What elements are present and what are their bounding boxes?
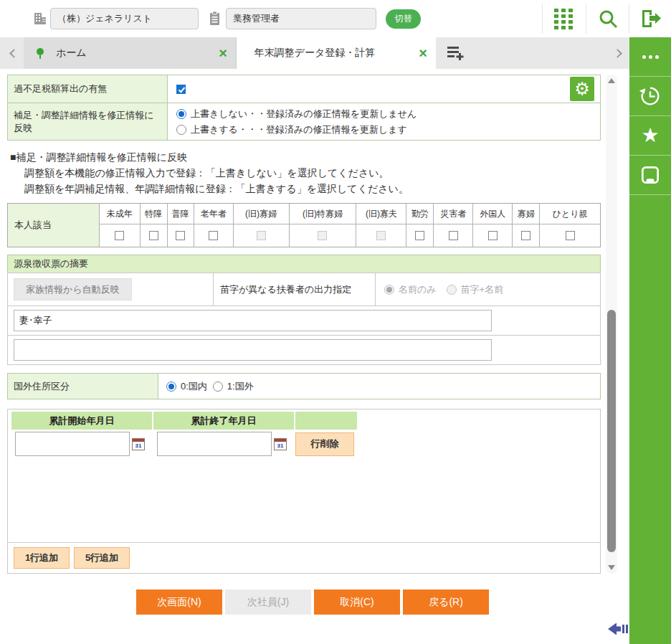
summary-remark-input-2[interactable] (14, 339, 492, 361)
reflect-option-overwrite-label: 上書きする・・・登録済みの修正情報を更新します (191, 123, 407, 136)
chevron-right-icon (613, 49, 622, 58)
checkbox-elderly[interactable] (209, 231, 218, 240)
tab-home-close-icon[interactable]: × (210, 46, 236, 60)
add-one-row-button[interactable]: 1行追加 (14, 547, 70, 569)
company-field[interactable] (50, 8, 199, 29)
radio-icon (384, 285, 394, 295)
col-header: 老年者 (194, 204, 233, 224)
address-option-domestic[interactable]: 0:国内 (166, 380, 207, 393)
accum-start-input[interactable] (15, 432, 130, 456)
top-bar: 切替 (0, 0, 671, 37)
action-button-bar: 次画面(N) 次社員(J) 取消(C) 戻る(R) (136, 589, 489, 615)
col-header: (旧)特寡婦 (290, 204, 356, 224)
scroll-down-icon[interactable] (608, 565, 615, 570)
checkbox-disaster-victim[interactable] (449, 231, 458, 240)
overseas-address-row: 国外住所区分 0:国内 1:国外 (7, 373, 601, 399)
tax-calc-label: 過不足税額算出の有無 (8, 75, 168, 103)
checkbox-old-special-widow (318, 231, 327, 240)
summary-remark-input-1[interactable] (14, 310, 492, 331)
col-header: 未成年 (100, 204, 140, 224)
next-screen-button[interactable]: 次画面(N) (136, 589, 222, 615)
add-tab-button[interactable] (444, 44, 467, 63)
favorites-button[interactable]: ★ (629, 116, 671, 156)
logout-icon (640, 9, 662, 29)
surname-option-full-label: 苗字+名前 (461, 283, 504, 296)
personal-applicable-table: 本人該当 未成年 特障 普障 老年者 (旧)寡婦 (旧)特寡婦 (旧)寡夫 勤労… (7, 203, 601, 247)
pin-icon (35, 47, 46, 60)
adjustment-settings-form: 過不足税額算出の有無 ⚙ 補足・調整詳細情報を修正情報に反映 上書きしない・・登… (7, 75, 601, 141)
role-clipboard-icon (209, 11, 221, 26)
tab-nencho-label: 年末調整データ登録・計算 (254, 47, 376, 60)
checkbox-widow[interactable] (521, 231, 530, 240)
apps-menu-button[interactable] (551, 7, 576, 32)
tabs-scroll-right-button[interactable] (608, 43, 627, 63)
next-employee-button[interactable]: 次社員(J) (225, 589, 311, 615)
col-header: (旧)寡婦 (234, 204, 289, 224)
checkbox-minor[interactable] (115, 231, 124, 240)
reflect-option-no-overwrite[interactable]: 上書きしない・・登録済みの修正情報を更新しません (176, 108, 417, 120)
checkbox-special-disability[interactable] (149, 231, 158, 240)
tab-bar: ホーム × 年末調整データ登録・計算 × (0, 37, 629, 69)
radio-icon[interactable] (176, 125, 186, 135)
app-window: 切替 (0, 0, 671, 644)
radio-icon[interactable] (176, 109, 186, 119)
radio-icon[interactable] (213, 382, 223, 392)
switch-button[interactable]: 切替 (386, 9, 421, 29)
calendar-icon[interactable]: 31 (274, 438, 287, 450)
personal-applicable-label: 本人該当 (8, 204, 99, 247)
role-field[interactable] (226, 8, 376, 29)
summary-auto-row: 家族情報から自動反映 苗字が異なる扶養者の出力指定 名前のみ 苗字+名前 (7, 273, 601, 306)
main-content: 過不足税額算出の有無 ⚙ 補足・調整詳細情報を修正情報に反映 上書きしない・・登… (0, 69, 629, 644)
history-button[interactable] (629, 77, 671, 116)
reflect-option-overwrite[interactable]: 上書きする・・・登録済みの修正情報を更新します (176, 123, 407, 136)
reflect-note: ■補足・調整詳細情報を修正情報に反映 調整額を本機能の修正情報入力で登録：「上書… (10, 149, 409, 196)
checkbox-foreigner[interactable] (488, 231, 498, 240)
surname-option-name-only-label: 名前のみ (399, 283, 437, 296)
tab-nencho-active[interactable]: 年末調整データ登録・計算 × (237, 37, 436, 69)
search-button[interactable] (596, 7, 620, 32)
vertical-scrollbar[interactable] (606, 75, 617, 574)
address-option-overseas[interactable]: 1:国外 (213, 380, 254, 393)
collapse-panel-button[interactable] (606, 621, 629, 637)
tab-home[interactable]: ホーム × (24, 37, 237, 69)
surname-option-full: 苗字+名前 (447, 283, 504, 296)
address-option-overseas-label: 1:国外 (227, 380, 254, 393)
checkbox-general-disability[interactable] (176, 231, 185, 240)
more-options-button[interactable] (629, 37, 671, 77)
tax-calc-row: 過不足税額算出の有無 ⚙ (8, 75, 600, 103)
checkbox-old-widow (257, 231, 266, 240)
calendar-icon[interactable]: 31 (132, 438, 145, 450)
accum-end-input[interactable] (157, 432, 272, 456)
tabs-scroll-left-button[interactable] (4, 43, 23, 63)
checkbox-working-student[interactable] (415, 231, 424, 240)
add-five-rows-button[interactable]: 5行追加 (74, 547, 130, 569)
gear-settings-button[interactable]: ⚙ (570, 77, 594, 101)
tab-nencho-close-icon[interactable]: × (410, 46, 436, 60)
add-tab-icon (447, 45, 465, 60)
auto-reflect-family-button[interactable]: 家族情報から自動反映 (14, 278, 132, 300)
memo-tray-button[interactable] (629, 156, 671, 195)
tax-calc-checkbox[interactable] (176, 85, 186, 94)
note-line2: 調整額を年調補足情報、年調詳細情報に登録：「上書きする」を選択してください。 (10, 181, 409, 196)
scroll-up-icon[interactable] (608, 78, 615, 83)
radio-icon[interactable] (166, 382, 176, 392)
chevron-left-icon (9, 49, 19, 58)
topbar-divider (586, 4, 586, 34)
radio-icon (447, 285, 457, 295)
cancel-button[interactable]: 取消(C) (314, 589, 400, 615)
back-button[interactable]: 戻る(R) (403, 589, 489, 615)
accum-action-header (295, 412, 357, 430)
col-header: 外国人 (473, 204, 512, 224)
logout-button[interactable] (639, 7, 663, 32)
summary-remark-row-2 (7, 335, 601, 365)
scrollbar-thumb[interactable] (607, 310, 616, 552)
accum-start-header: 累計開始年月日 (11, 412, 152, 430)
delete-row-button[interactable]: 行削除 (295, 432, 354, 456)
topbar-divider (542, 4, 543, 34)
col-header: 勤労 (406, 204, 433, 224)
checkbox-single-parent[interactable] (566, 231, 575, 240)
surname-output-label: 苗字が異なる扶養者の出力指定 (214, 273, 376, 306)
col-header: 特障 (141, 204, 167, 224)
reflect-option-no-overwrite-label: 上書きしない・・登録済みの修正情報を更新しません (191, 108, 417, 120)
accumulation-footer: 1行追加 5行追加 (8, 542, 600, 573)
